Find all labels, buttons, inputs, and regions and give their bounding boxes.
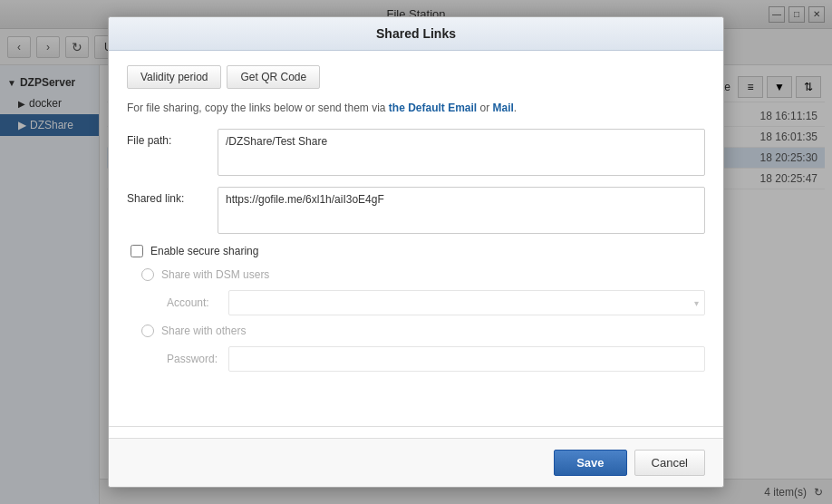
account-select[interactable]: ▾	[228, 290, 705, 315]
info-suffix: .	[514, 102, 517, 114]
info-link1[interactable]: the Default Email	[389, 102, 477, 114]
shared-link-label: Shared link:	[127, 187, 218, 205]
modal-header: Shared Links	[109, 17, 723, 51]
tab-validity-period[interactable]: Validity period	[127, 65, 221, 89]
password-row: Password:	[141, 346, 705, 372]
share-dsm-radio[interactable]	[141, 268, 154, 281]
modal-title: Shared Links	[376, 26, 456, 41]
info-text: For file sharing, copy the links below o…	[127, 100, 705, 116]
file-path-label: File path:	[127, 129, 218, 147]
tab-row: Validity period Get QR Code	[127, 65, 705, 89]
file-path-row: File path:	[127, 129, 705, 176]
shared-link-row: Shared link:	[127, 187, 705, 234]
account-row: Account: ▾	[141, 290, 705, 315]
share-others-label: Share with others	[161, 325, 246, 337]
cancel-button[interactable]: Cancel	[634, 450, 705, 476]
modal-footer: Save Cancel	[109, 438, 723, 487]
shared-links-modal: Shared Links Validity period Get QR Code…	[108, 16, 724, 488]
share-others-row: Share with others	[141, 325, 705, 337]
save-button[interactable]: Save	[554, 450, 626, 476]
enable-secure-sharing-row: Enable secure sharing	[127, 245, 705, 257]
info-link2[interactable]: Mail	[493, 102, 514, 114]
info-prefix: For file sharing, copy the links below o…	[127, 102, 389, 114]
modal-overlay: Shared Links Validity period Get QR Code…	[0, 0, 832, 504]
info-or: or	[477, 102, 492, 114]
share-dsm-label: Share with DSM users	[161, 268, 269, 281]
file-path-input[interactable]	[218, 129, 705, 176]
share-others-radio[interactable]	[141, 325, 154, 337]
modal-body: Validity period Get QR Code For file sha…	[109, 51, 723, 415]
enable-secure-sharing-checkbox[interactable]	[131, 245, 143, 257]
account-label: Account:	[167, 296, 221, 309]
radio-section: Share with DSM users Account: ▾ Share wi…	[127, 268, 705, 372]
share-dsm-row: Share with DSM users	[141, 268, 705, 281]
password-label: Password:	[167, 353, 221, 365]
enable-secure-sharing-label: Enable secure sharing	[150, 245, 258, 257]
shared-link-input[interactable]	[218, 187, 705, 234]
modal-divider	[109, 426, 723, 427]
account-chevron-icon: ▾	[694, 298, 699, 308]
password-input[interactable]	[228, 346, 705, 372]
tab-get-qr-code[interactable]: Get QR Code	[227, 65, 320, 89]
